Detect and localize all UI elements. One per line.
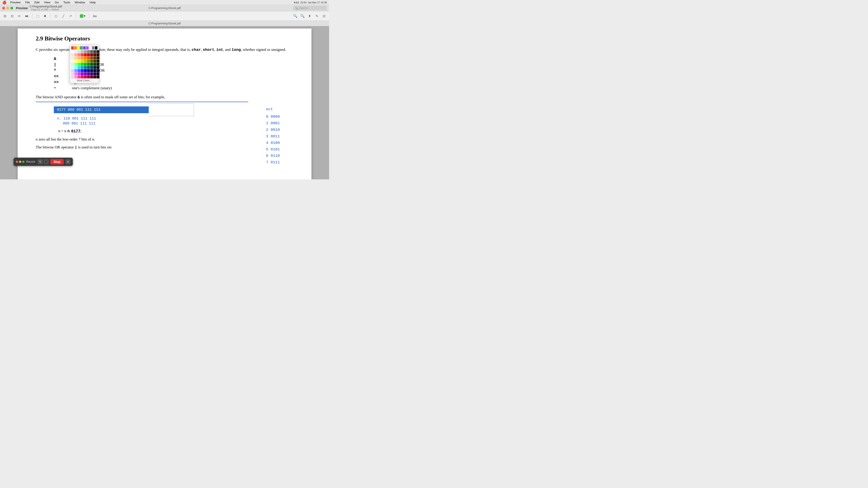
color-cell-77[interactable]	[87, 75, 90, 78]
show-colors-link[interactable]: Show Colors…	[71, 79, 97, 82]
color-cell-63[interactable]	[71, 72, 74, 75]
color-cell-64[interactable]	[74, 72, 77, 75]
record-stop-square-btn[interactable]: ⬛	[43, 159, 49, 164]
color-cell-79[interactable]	[93, 75, 96, 78]
color-cell-25[interactable]	[93, 57, 96, 59]
menu-help[interactable]: Help	[88, 0, 98, 4]
menu-edit[interactable]: Edit	[33, 0, 41, 4]
color-cell-60[interactable]	[90, 69, 93, 72]
menu-tools[interactable]: Tools	[61, 0, 72, 4]
color-cell-20[interactable]	[78, 57, 81, 59]
color-cell-59[interactable]	[87, 69, 90, 72]
preset-gray[interactable]	[92, 46, 94, 50]
color-cell-68[interactable]	[87, 72, 90, 75]
lasso-btn[interactable]: ⧯	[42, 13, 48, 19]
color-cell-10[interactable]	[74, 53, 77, 56]
pause-button[interactable]: ⏸	[66, 159, 70, 164]
color-cell-75[interactable]	[81, 75, 84, 78]
color-cell-23[interactable]	[87, 57, 90, 59]
color-cell-42[interactable]	[90, 63, 93, 66]
maximize-button[interactable]	[10, 7, 13, 9]
color-cell-15[interactable]	[90, 53, 93, 56]
color-cell-32[interactable]	[87, 60, 90, 63]
arrow-btn[interactable]: ↗	[68, 13, 73, 19]
color-cell-1[interactable]	[74, 50, 77, 53]
line-btn[interactable]: ╱	[61, 13, 66, 19]
color-cell-6[interactable]	[90, 50, 93, 53]
color-cell-45[interactable]	[71, 66, 74, 69]
record-close-dot[interactable]	[16, 161, 18, 163]
preset-black[interactable]	[95, 46, 97, 50]
color-cell-38[interactable]	[78, 63, 81, 66]
sidebar-toggle-btn[interactable]: ⊟	[2, 13, 8, 19]
preset-green[interactable]	[80, 46, 83, 50]
color-cell-8[interactable]	[96, 50, 99, 53]
preset-blue[interactable]	[83, 46, 86, 50]
color-cell-44[interactable]	[96, 63, 99, 66]
color-cell-13[interactable]	[84, 53, 87, 56]
color-cell-47[interactable]	[78, 66, 81, 69]
select-btn[interactable]: ⬚	[35, 13, 40, 19]
edit-btn[interactable]: ✎	[314, 13, 320, 19]
adjust-btn[interactable]: ⧓	[24, 13, 29, 19]
color-cell-3[interactable]	[81, 50, 84, 53]
color-cell-4[interactable]	[84, 50, 87, 53]
color-cell-5[interactable]	[87, 50, 90, 53]
stop-button[interactable]: Stop	[51, 159, 64, 164]
preset-red[interactable]	[71, 46, 74, 50]
color-cell-2[interactable]	[78, 50, 81, 53]
preset-orange[interactable]	[74, 46, 76, 50]
shape-btn[interactable]: ◻	[53, 13, 59, 19]
zoom-out-btn[interactable]: 🔍	[292, 13, 298, 19]
color-cell-52[interactable]	[93, 66, 96, 69]
color-cell-70[interactable]	[93, 72, 96, 75]
color-cell-78[interactable]	[90, 75, 93, 78]
color-cell-46[interactable]	[74, 66, 77, 69]
color-cell-19[interactable]	[74, 57, 77, 59]
color-cell-51[interactable]	[90, 66, 93, 69]
color-cell-14[interactable]	[87, 53, 90, 56]
color-cell-56[interactable]	[78, 69, 81, 72]
zoom-in-btn[interactable]: 🔍	[300, 13, 305, 19]
markup-btn[interactable]: ✏	[17, 13, 22, 19]
color-cell-72[interactable]	[71, 75, 74, 78]
record-max-dot[interactable]	[22, 161, 24, 163]
menu-go[interactable]: Go	[53, 0, 61, 4]
color-cell-22[interactable]	[84, 57, 87, 59]
color-cell-40[interactable]	[84, 63, 87, 66]
color-cell-74[interactable]	[78, 75, 81, 78]
color-cell-58[interactable]	[84, 69, 87, 72]
color-cell-18[interactable]	[71, 57, 74, 59]
preset-purple[interactable]	[86, 46, 89, 50]
color-cell-71[interactable]	[96, 72, 99, 75]
color-cell-33[interactable]	[90, 60, 93, 63]
color-cell-55[interactable]	[74, 69, 77, 72]
share-btn[interactable]: ⬆	[307, 13, 312, 19]
menu-view[interactable]: View	[42, 0, 52, 4]
color-cell-31[interactable]	[84, 60, 87, 63]
color-cell-53[interactable]	[96, 66, 99, 69]
crop-btn[interactable]: ⊡	[9, 13, 15, 19]
color-cell-24[interactable]	[90, 57, 93, 59]
color-cell-73[interactable]	[74, 75, 77, 78]
color-cell-50[interactable]	[87, 66, 90, 69]
color-cell-69[interactable]	[90, 72, 93, 75]
color-cell-9[interactable]	[71, 53, 74, 56]
color-cell-65[interactable]	[78, 72, 81, 75]
color-picker-btn[interactable]: ▾	[79, 14, 86, 18]
color-cell-27[interactable]	[71, 60, 74, 63]
color-cell-26[interactable]	[96, 57, 99, 59]
menu-file[interactable]: File	[23, 0, 32, 4]
color-cell-29[interactable]	[78, 60, 81, 63]
color-cell-49[interactable]	[84, 66, 87, 69]
preset-white[interactable]	[89, 46, 92, 50]
text-btn[interactable]: Aa	[92, 13, 97, 19]
close-button[interactable]	[2, 7, 5, 9]
color-cell-0[interactable]	[71, 50, 74, 53]
color-cell-16[interactable]	[93, 53, 96, 56]
color-cell-37[interactable]	[74, 63, 77, 66]
color-cell-67[interactable]	[84, 72, 87, 75]
color-cell-30[interactable]	[81, 60, 84, 63]
color-cell-34[interactable]	[93, 60, 96, 63]
color-cell-57[interactable]	[81, 69, 84, 72]
